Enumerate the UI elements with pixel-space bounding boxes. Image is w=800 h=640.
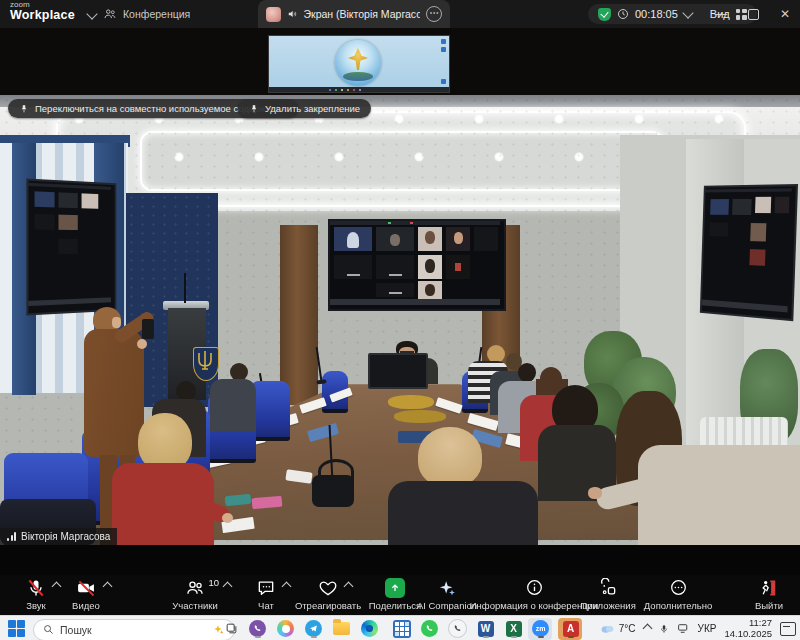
audio-options-caret[interactable] — [52, 582, 62, 592]
participants-icon — [185, 578, 205, 598]
lectern-microphone — [184, 273, 186, 303]
speaker-icon — [287, 8, 297, 20]
search-placeholder: Пошук — [60, 624, 206, 636]
tab-conference[interactable]: Конференция — [103, 0, 190, 28]
excel-button[interactable]: X — [504, 619, 523, 638]
shared-screen-thumbnail[interactable] — [268, 35, 450, 93]
chevron-down-icon[interactable] — [86, 8, 97, 19]
person-body — [388, 481, 538, 545]
participant-name-tile — [376, 283, 414, 297]
zoom-app-button[interactable]: zm — [531, 619, 550, 638]
edge-button[interactable] — [360, 619, 379, 638]
person-hair-blonde — [418, 427, 482, 487]
tv-menubar — [330, 221, 500, 225]
participants-button[interactable]: 10 Участники — [162, 577, 228, 611]
participant-tile — [334, 227, 372, 251]
whatsapp-button[interactable] — [420, 619, 439, 638]
security-shield-icon[interactable] — [598, 8, 611, 21]
react-button-label: Отреагировать — [295, 600, 361, 611]
search-icon — [43, 624, 54, 635]
edge-icon — [361, 620, 378, 637]
taskbar-date: 14.10.2025 — [724, 629, 772, 640]
apps-button[interactable]: Приложения — [578, 577, 638, 611]
participant-tile — [446, 227, 470, 251]
chat-icon — [256, 578, 276, 598]
people-icon — [103, 7, 117, 21]
tv-right — [700, 184, 798, 321]
leave-button[interactable]: Выйти — [744, 577, 794, 611]
tab-options-icon[interactable] — [426, 6, 442, 22]
word-button[interactable]: W — [476, 619, 495, 638]
running-indicator — [511, 636, 517, 638]
language-indicator[interactable]: УКР — [698, 623, 717, 634]
participant-tile — [376, 227, 414, 251]
maximize-button[interactable] — [738, 0, 768, 28]
chevron-down-icon[interactable] — [682, 7, 693, 18]
main-video-feed[interactable]: Переключиться на совместно используемое … — [0, 95, 800, 545]
tray-microphone-icon[interactable] — [659, 623, 669, 635]
calculator-button[interactable] — [392, 619, 411, 638]
audio-button[interactable]: Звук — [12, 577, 60, 611]
phone-icon — [448, 619, 467, 638]
running-indicator — [483, 636, 489, 638]
laptop — [368, 353, 428, 389]
task-view-button[interactable] — [222, 619, 241, 638]
person-body-cream — [638, 445, 800, 545]
tray-network-icon[interactable] — [677, 623, 690, 634]
thumb-icon — [441, 39, 446, 44]
participant-figure — [347, 232, 359, 248]
thumbnail-strip — [0, 28, 800, 95]
more-button[interactable]: Дополнительно — [636, 577, 720, 611]
weather-temp: 7°C — [619, 623, 636, 634]
tray-overflow-chevron[interactable] — [642, 624, 652, 634]
video-button-label: Видео — [72, 600, 100, 611]
person-hand — [222, 513, 233, 523]
more-ellipsis-icon — [669, 578, 688, 597]
person-body — [210, 379, 256, 431]
participant-figure — [425, 231, 435, 244]
telegram-icon — [305, 620, 322, 637]
notification-center-icon[interactable] — [780, 622, 796, 636]
close-button[interactable]: ✕ — [770, 0, 800, 28]
logo-base — [343, 72, 373, 81]
camera-off-icon — [75, 578, 97, 598]
viber-icon — [249, 620, 266, 637]
taskbar-search[interactable]: Пошук — [33, 619, 235, 640]
chat-button[interactable]: Чат — [246, 577, 286, 611]
minimize-button[interactable]: — — [706, 0, 736, 28]
copilot-button[interactable] — [276, 619, 295, 638]
start-button[interactable] — [7, 619, 26, 638]
video-options-caret[interactable] — [103, 582, 113, 592]
taskbar-clock[interactable]: 11:27 14.10.2025 — [724, 618, 772, 640]
whatsapp-icon — [421, 620, 438, 637]
acrobat-button[interactable]: A — [561, 619, 580, 638]
participant-figure — [390, 234, 400, 246]
remove-pin-button[interactable]: Удалить закрепление — [238, 99, 371, 118]
participant-figure — [425, 259, 435, 273]
person-head — [176, 381, 196, 401]
tv-left — [26, 179, 116, 316]
weather-widget[interactable]: 7°C — [600, 623, 636, 634]
yellow-folder — [394, 410, 446, 423]
react-options-caret[interactable] — [344, 582, 354, 592]
leave-meeting-icon — [759, 578, 779, 598]
telegram-button[interactable] — [304, 619, 323, 638]
signal-bars-icon — [7, 532, 16, 541]
person-head — [518, 363, 536, 382]
video-button[interactable]: Видео — [62, 577, 110, 611]
meeting-timer[interactable]: 00:18:05 — [635, 8, 678, 20]
more-button-label: Дополнительно — [644, 600, 712, 611]
handbag — [312, 475, 354, 507]
file-explorer-button[interactable] — [332, 619, 351, 638]
shared-screen-logo — [335, 40, 381, 86]
tab-screen-share[interactable]: Экран (Вікторія Маргасова) — [258, 0, 450, 28]
viber-button[interactable] — [248, 619, 267, 638]
react-button[interactable]: Отреагировать — [292, 577, 364, 611]
zoom-workplace-logo[interactable]: zoom Workplace — [10, 1, 75, 22]
ai-sparkle-icon — [437, 578, 457, 598]
chat-options-caret[interactable] — [282, 582, 292, 592]
phone-app-button[interactable] — [448, 619, 467, 638]
tv-center — [328, 219, 506, 311]
participants-options-caret[interactable] — [223, 582, 233, 592]
clock-icon — [617, 8, 629, 20]
